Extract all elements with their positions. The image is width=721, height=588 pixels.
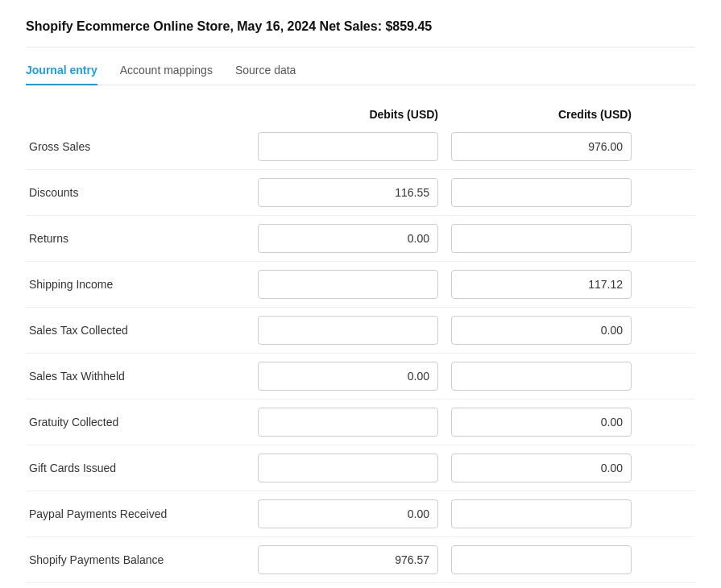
table-header: Debits (USD) Credits (USD): [26, 108, 695, 121]
credit-cell-8: [445, 499, 638, 528]
debit-cell-4: [251, 316, 445, 345]
row-label-6: Gratuity Collected: [26, 416, 251, 429]
table-row: Sales Tax Withheld: [26, 354, 695, 400]
table-row: Shipping Income: [26, 262, 695, 308]
table-row: Paypal Payments Received: [26, 491, 695, 537]
row-label-5: Sales Tax Withheld: [26, 370, 251, 383]
tab-journal-entry[interactable]: Journal entry: [26, 64, 97, 85]
credit-input-2[interactable]: [451, 224, 632, 253]
row-label-8: Paypal Payments Received: [26, 507, 251, 520]
credit-input-1[interactable]: [451, 178, 632, 207]
table-row: Sales Tax Collected: [26, 308, 695, 354]
debit-cell-9: [251, 545, 445, 574]
debit-cell-2: [251, 224, 445, 253]
debit-cell-0: [251, 132, 445, 161]
tab-source-data[interactable]: Source data: [235, 64, 296, 85]
table-row: Gift Cards Issued: [26, 445, 695, 491]
page-title: Shopify Ecommerce Online Store, May 16, …: [26, 19, 695, 48]
credit-cell-6: [445, 408, 638, 437]
debit-cell-5: [251, 362, 445, 391]
credit-input-0[interactable]: [451, 132, 632, 161]
debit-cell-7: [251, 453, 445, 482]
debit-cell-8: [251, 499, 445, 528]
col-label-header: [26, 108, 251, 121]
credit-cell-2: [445, 224, 638, 253]
table-row: Shopify Payments Balance: [26, 537, 695, 583]
debit-input-4[interactable]: [258, 316, 438, 345]
debit-input-9[interactable]: [258, 545, 438, 574]
credit-cell-9: [445, 545, 638, 574]
table-row: Returns: [26, 216, 695, 262]
row-label-9: Shopify Payments Balance: [26, 553, 251, 566]
credit-cell-0: [445, 132, 638, 161]
debit-cell-3: [251, 270, 445, 299]
credit-cell-3: [445, 270, 638, 299]
credit-input-8[interactable]: [451, 499, 632, 528]
debit-input-7[interactable]: [258, 453, 438, 482]
credit-input-6[interactable]: [451, 408, 632, 437]
table-row: Discounts: [26, 170, 695, 216]
col-debits-header: Debits (USD): [251, 108, 445, 121]
row-label-2: Returns: [26, 232, 251, 245]
credit-cell-7: [445, 453, 638, 482]
debit-input-8[interactable]: [258, 499, 438, 528]
journal-entry-table: Debits (USD) Credits (USD) Gross SalesDi…: [26, 108, 695, 583]
debit-cell-1: [251, 178, 445, 207]
row-label-1: Discounts: [26, 186, 251, 199]
row-label-3: Shipping Income: [26, 278, 251, 291]
tab-account-mappings[interactable]: Account mappings: [120, 64, 213, 85]
credit-input-4[interactable]: [451, 316, 632, 345]
credit-cell-5: [445, 362, 638, 391]
credit-input-7[interactable]: [451, 453, 632, 482]
debit-input-6[interactable]: [258, 408, 438, 437]
debit-input-1[interactable]: [258, 178, 438, 207]
tabs-nav: Journal entry Account mappings Source da…: [26, 64, 695, 85]
debit-input-2[interactable]: [258, 224, 438, 253]
col-credits-header: Credits (USD): [445, 108, 638, 121]
credit-cell-4: [445, 316, 638, 345]
credit-cell-1: [445, 178, 638, 207]
table-row: Gratuity Collected: [26, 400, 695, 445]
credit-input-9[interactable]: [451, 545, 632, 574]
row-label-7: Gift Cards Issued: [26, 462, 251, 474]
debit-cell-6: [251, 408, 445, 437]
credit-input-5[interactable]: [451, 362, 632, 391]
debit-input-5[interactable]: [258, 362, 438, 391]
row-label-0: Gross Sales: [26, 140, 251, 153]
row-label-4: Sales Tax Collected: [26, 324, 251, 337]
credit-input-3[interactable]: [451, 270, 632, 299]
table-rows: Gross SalesDiscountsReturnsShipping Inco…: [26, 124, 695, 583]
debit-input-3[interactable]: [258, 270, 438, 299]
table-row: Gross Sales: [26, 124, 695, 170]
debit-input-0[interactable]: [258, 132, 438, 161]
